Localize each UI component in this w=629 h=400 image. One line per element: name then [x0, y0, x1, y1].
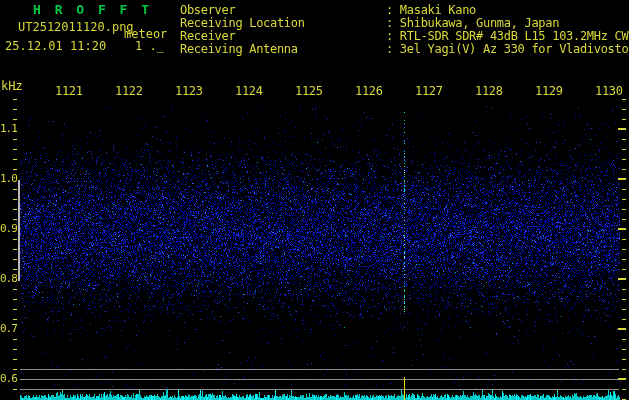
- x-tick-1123: 1123: [175, 84, 203, 98]
- info-value: Shibukawa, Gunma, Japan: [400, 16, 559, 30]
- info-label: Receiver: [180, 29, 386, 43]
- hrofft-screen: H R O F F T UT2512011120.png meteor 25.1…: [0, 0, 629, 400]
- info-row-observer: Observer: Masaki Kano: [180, 3, 629, 16]
- x-tick-1128: 1128: [475, 84, 503, 98]
- receiver-info-block: Observer: Masaki Kano Receiving Location…: [180, 3, 629, 55]
- y-tick-0.7: 0.7: [0, 322, 18, 335]
- app-title: H R O F F T: [33, 2, 152, 17]
- x-tick-1122: 1122: [115, 84, 143, 98]
- info-value: RTL-SDR SDR# 43dB L15 103.2MHz CW: [400, 29, 629, 43]
- info-sep: :: [386, 3, 400, 17]
- info-label: Receiving Location: [180, 16, 386, 30]
- y-tick-1.0: 1.0: [0, 172, 18, 185]
- x-tick-1121: 1121: [55, 84, 83, 98]
- output-filename: UT2512011120.png: [18, 20, 134, 34]
- info-sep: :: [386, 29, 400, 43]
- x-tick-1127: 1127: [415, 84, 443, 98]
- y-axis-unit: kHz: [1, 79, 23, 93]
- y-tick-0.9: 0.9: [0, 222, 18, 235]
- x-tick-1130: 1130: [595, 84, 623, 98]
- datetime-counter: 25.12.01 11:20 1 ._: [5, 39, 164, 53]
- x-tick-1125: 1125: [295, 84, 323, 98]
- y-tick-0.8: 0.8: [0, 272, 18, 285]
- info-sep: :: [386, 16, 400, 30]
- info-row-receiver: Receiver: RTL-SDR SDR# 43dB L15 103.2MHz…: [180, 29, 629, 42]
- x-tick-1126: 1126: [355, 84, 383, 98]
- info-label: Receiving Antenna: [180, 42, 386, 56]
- info-value: 3el Yagi(V) Az 330 for Vladivostok: [400, 42, 629, 56]
- info-row-antenna: Receiving Antenna: 3el Yagi(V) Az 330 fo…: [180, 42, 629, 55]
- info-sep: :: [386, 42, 400, 56]
- y-tick-0.6: 0.6: [0, 372, 18, 385]
- x-tick-1129: 1129: [535, 84, 563, 98]
- y-tick-1.1: 1.1: [0, 122, 18, 135]
- info-label: Observer: [180, 3, 386, 17]
- x-tick-1124: 1124: [235, 84, 263, 98]
- spectrogram-canvas: [0, 0, 629, 400]
- info-value: Masaki Kano: [400, 3, 476, 17]
- info-row-location: Receiving Location: Shibukawa, Gunma, Ja…: [180, 16, 629, 29]
